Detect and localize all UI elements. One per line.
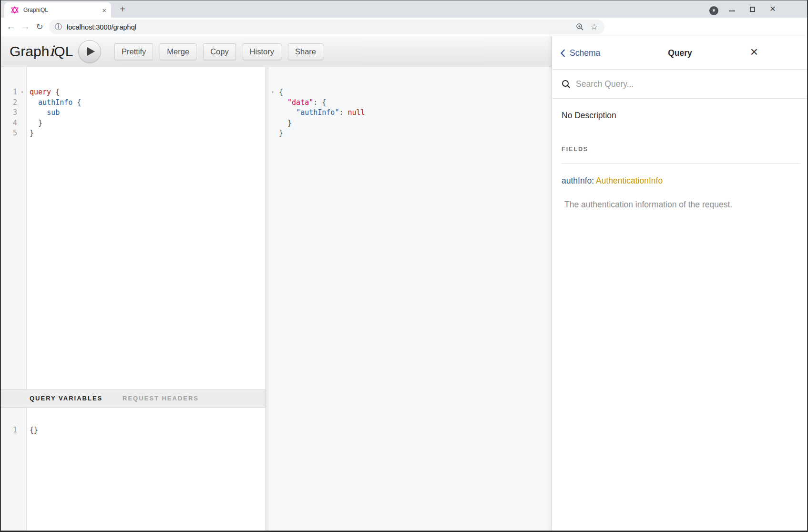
tab-title: GraphiQL: [23, 7, 102, 13]
field-entry: authInfo: AuthenticationInfo: [562, 176, 663, 186]
window-border: [0, 0, 1, 532]
doc-explorer-header: Schema Query ×: [552, 36, 808, 70]
tab-request-headers[interactable]: REQUEST HEADERS: [123, 390, 199, 407]
query-editor[interactable]: 1▾query {2 authInfo {3 sub4 }5}: [0, 67, 266, 389]
chevron-down-icon[interactable]: ▼: [709, 6, 718, 15]
play-icon: [87, 47, 95, 56]
code-line: }: [268, 128, 552, 139]
fold-arrow-icon[interactable]: ▾: [17, 87, 27, 98]
code-line: 5}: [0, 128, 266, 139]
code-line: 3 sub: [0, 108, 266, 118]
execute-query-button[interactable]: [78, 40, 101, 63]
code-line: ▾{: [268, 87, 552, 98]
field-name-link[interactable]: authInfo: [562, 176, 592, 185]
window-border: [0, 0, 808, 0]
toolbar-buttons: Prettify Merge Copy History Share: [114, 43, 323, 60]
url-text[interactable]: localhost:3000/graphql: [67, 23, 576, 31]
type-description: No Description: [562, 111, 616, 121]
maximize-button[interactable]: [750, 7, 755, 12]
bookmark-star-icon[interactable]: ☆: [591, 23, 598, 31]
code-line: 4 }: [0, 118, 266, 129]
field-description: The authentication information of the re…: [564, 200, 794, 210]
prettify-button[interactable]: Prettify: [114, 43, 153, 60]
url-bar[interactable]: ⓘ localhost:3000/graphql ☆: [49, 20, 604, 34]
code-line: "authInfo": null: [268, 108, 552, 118]
fold-arrow-icon[interactable]: ▾: [268, 87, 277, 98]
minimize-button[interactable]: [729, 10, 735, 11]
search-icon: [562, 80, 571, 89]
code-line: 1{}: [0, 425, 266, 436]
zoom-in-icon[interactable]: [576, 23, 584, 31]
code-line: 2 authInfo {: [0, 98, 266, 108]
field-type-link[interactable]: AuthenticationInfo: [596, 176, 663, 185]
forward-icon[interactable]: →: [18, 18, 32, 36]
doc-title: Query: [552, 36, 808, 70]
back-icon[interactable]: ←: [4, 18, 18, 36]
window-close-button[interactable]: ×: [767, 2, 778, 15]
reload-icon[interactable]: ↻: [32, 18, 47, 36]
site-info-icon[interactable]: ⓘ: [55, 22, 62, 31]
doc-close-icon[interactable]: ×: [750, 36, 758, 70]
browser-addressbar: ← → ↻ ⓘ localhost:3000/graphql ☆ P: [0, 18, 808, 36]
doc-search-bar[interactable]: [552, 70, 808, 99]
graphiql-logo: GraphiQL: [10, 36, 73, 67]
variables-tabbar: QUERY VARIABLES REQUEST HEADERS: [0, 389, 266, 408]
doc-explorer-panel: Schema Query × No Description FIELDS aut…: [552, 36, 808, 531]
new-tab-button[interactable]: +: [116, 3, 129, 16]
doc-search-input[interactable]: [575, 79, 767, 90]
merge-button[interactable]: Merge: [160, 43, 196, 60]
tab-query-variables[interactable]: QUERY VARIABLES: [30, 390, 102, 407]
browser-titlebar: GraphiQL × + ▼ ×: [0, 0, 808, 18]
fields-heading: FIELDS: [562, 146, 588, 153]
tab-close-icon[interactable]: ×: [102, 7, 106, 14]
code-line: 1▾query {: [0, 87, 266, 98]
graphql-favicon-icon: [11, 6, 19, 14]
browser-tab[interactable]: GraphiQL ×: [4, 2, 111, 18]
code-line: "data": {: [268, 98, 552, 108]
code-line: }: [268, 118, 552, 129]
variables-editor[interactable]: 1{}: [0, 408, 266, 531]
divider: [562, 163, 800, 164]
share-button[interactable]: Share: [288, 43, 323, 60]
copy-button[interactable]: Copy: [203, 43, 236, 60]
browser-window: GraphiQL × + ▼ × ← → ↻ ⓘ localhost:3000/…: [0, 0, 808, 532]
history-button[interactable]: History: [243, 43, 281, 60]
result-viewer[interactable]: ▾{ "data": { "authInfo": null }}: [268, 67, 552, 531]
